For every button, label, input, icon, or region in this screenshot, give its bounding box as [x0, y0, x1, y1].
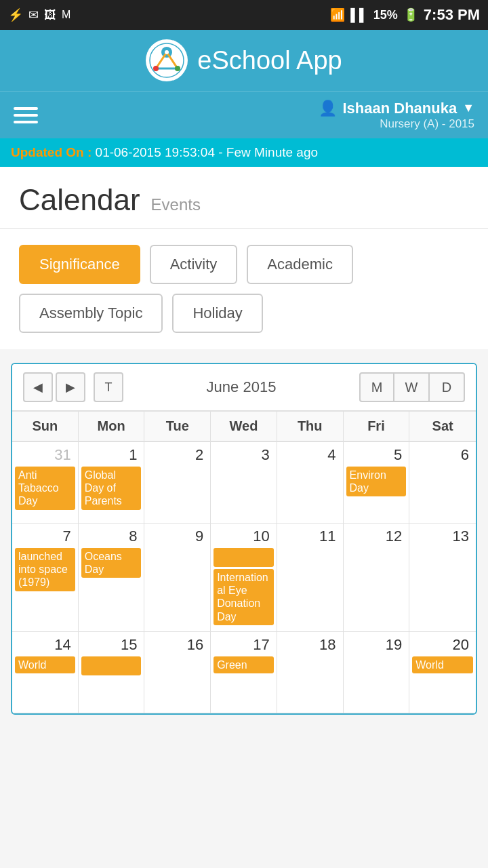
- image-icon: 🖼: [44, 8, 56, 22]
- cal-date: 11: [280, 528, 340, 545]
- app-title: eSchool App: [197, 46, 342, 75]
- cal-header-sun: Sun: [12, 412, 79, 441]
- cal-date: 9: [147, 528, 207, 545]
- cal-event: World: [412, 656, 473, 673]
- user-name: Ishaan Dhanuka: [342, 100, 457, 117]
- cal-date: 13: [412, 528, 473, 545]
- calendar-section: ◀ ▶ T June 2015 M W D Sun Mon Tue Wed Th…: [0, 349, 488, 728]
- filter-section: Significance Activity Academic Assembly …: [0, 229, 488, 349]
- cal-date: 31: [15, 446, 75, 464]
- cal-cell-12[interactable]: 12: [344, 524, 410, 632]
- cal-date: 17: [214, 636, 274, 654]
- cal-header-tue: Tue: [144, 412, 211, 441]
- cal-prev-button[interactable]: ◀: [23, 372, 53, 402]
- cal-view-week[interactable]: W: [394, 372, 430, 402]
- svg-point-7: [165, 50, 169, 54]
- cal-event: International Eye Donation Day: [214, 569, 274, 625]
- cal-event: Anti Tabacco Day: [15, 467, 75, 510]
- cal-cell-11[interactable]: 11: [277, 524, 344, 632]
- cal-date: 8: [81, 528, 142, 545]
- nav-bar: 👤 Ishaan Dhanuka ▼ Nursery (A) - 2015: [0, 91, 488, 138]
- filter-activity[interactable]: Activity: [150, 245, 238, 284]
- cal-header-wed: Wed: [211, 412, 277, 441]
- clock: 7:53 PM: [424, 6, 480, 24]
- cal-cell-8[interactable]: 8 Oceans Day: [79, 524, 145, 632]
- cal-date: 2: [147, 446, 207, 464]
- cal-date: 18: [280, 636, 340, 654]
- cal-view-month[interactable]: M: [359, 372, 394, 402]
- cal-cell-7[interactable]: 7 launched into space (1979): [12, 524, 79, 632]
- cal-cell-2[interactable]: 2: [144, 442, 211, 524]
- hamburger-menu[interactable]: [14, 107, 38, 123]
- cal-cell-19[interactable]: 19: [344, 632, 410, 713]
- cal-cell-15[interactable]: 15: [79, 632, 145, 713]
- cal-cell-4[interactable]: 4: [277, 442, 344, 524]
- status-bar: ⚡ ✉ 🖼 M 📶 ▌▌ 15% 🔋 7:53 PM: [0, 0, 488, 30]
- page-title: Calendar: [19, 183, 140, 217]
- cal-cell-18[interactable]: 18: [277, 632, 344, 713]
- cal-cell-17[interactable]: 17 Green: [211, 632, 277, 713]
- cal-event: Oceans Day: [81, 548, 142, 578]
- cal-cell-9[interactable]: 9: [144, 524, 211, 632]
- filter-assembly[interactable]: Assembly Topic: [19, 294, 163, 333]
- cal-header-fri: Fri: [344, 412, 410, 441]
- cal-date: 7: [15, 528, 75, 545]
- update-banner: Updated On : 01-06-2015 19:53:04 - Few M…: [0, 138, 488, 167]
- cal-event-empty: [81, 656, 142, 675]
- cal-date: 14: [15, 636, 75, 654]
- svg-point-5: [153, 66, 159, 71]
- cal-header-mon: Mon: [79, 412, 145, 441]
- mail-icon: ✉: [28, 7, 39, 22]
- cal-header-thu: Thu: [277, 412, 344, 441]
- cal-date: 3: [214, 446, 274, 464]
- filter-academic[interactable]: Academic: [247, 245, 353, 284]
- cal-today-button[interactable]: T: [94, 372, 123, 402]
- update-label: Updated On :: [11, 145, 92, 159]
- user-name-row[interactable]: 👤 Ishaan Dhanuka ▼: [319, 100, 474, 117]
- cal-cell-5[interactable]: 5 Environ Day: [344, 442, 410, 524]
- filter-significance[interactable]: Significance: [19, 245, 140, 284]
- cal-cell-10[interactable]: 10 International Eye Donation Day: [211, 524, 277, 632]
- cal-cell-31[interactable]: 31 Anti Tabacco Day: [12, 442, 79, 524]
- signal-icon: ▌▌: [350, 8, 368, 22]
- battery-icon: 🔋: [403, 7, 418, 22]
- cal-view-day[interactable]: D: [430, 372, 465, 402]
- cal-cell-3[interactable]: 3: [211, 442, 277, 524]
- cal-event: Environ Day: [346, 467, 407, 496]
- cal-date: 19: [346, 636, 407, 654]
- calendar-nav: ◀ ▶ T June 2015 M W D: [12, 364, 476, 410]
- cal-body: 31 Anti Tabacco Day 1 Global Day of Pare…: [12, 442, 476, 713]
- cal-event: launched into space (1979): [15, 548, 75, 591]
- user-icon: 👤: [319, 100, 337, 117]
- cal-date: 15: [81, 636, 142, 654]
- cal-cell-16[interactable]: 16: [144, 632, 211, 713]
- cal-month-label: June 2015: [207, 378, 277, 396]
- cal-cell-20[interactable]: 20 World: [409, 632, 476, 713]
- cal-cell-13[interactable]: 13: [409, 524, 476, 632]
- cal-date: 16: [147, 636, 207, 654]
- page-subtitle: Events: [151, 195, 201, 214]
- dropdown-arrow-icon: ▼: [462, 101, 474, 115]
- cal-cell-6[interactable]: 6: [409, 442, 476, 524]
- cal-view-buttons: M W D: [359, 372, 465, 402]
- cal-date: 5: [346, 446, 407, 464]
- battery-percent: 15%: [373, 8, 398, 22]
- usb-icon: ⚡: [8, 7, 23, 22]
- calendar-container: ◀ ▶ T June 2015 M W D Sun Mon Tue Wed Th…: [11, 363, 477, 715]
- svg-point-6: [175, 66, 180, 71]
- cal-header-row: Sun Mon Tue Wed Thu Fri Sat: [12, 412, 476, 442]
- cal-cell-1[interactable]: 1 Global Day of Parents: [79, 442, 145, 524]
- app-header: eSchool App: [0, 30, 488, 91]
- cal-event: Global Day of Parents: [81, 467, 142, 510]
- gmail-icon: M: [62, 9, 70, 21]
- cal-next-button[interactable]: ▶: [56, 372, 85, 402]
- calendar-grid: Sun Mon Tue Wed Thu Fri Sat 31 Anti Taba…: [12, 410, 476, 713]
- cal-event: Green: [214, 656, 274, 673]
- cal-date: 12: [346, 528, 407, 545]
- update-value: 01-06-2015 19:53:04 - Few Minute ago: [96, 145, 319, 159]
- wifi-icon: 📶: [330, 7, 345, 22]
- filter-holiday[interactable]: Holiday: [172, 294, 262, 333]
- status-right-icons: 📶 ▌▌ 15% 🔋 7:53 PM: [330, 6, 480, 24]
- page-title-row: Calendar Events: [0, 167, 488, 228]
- cal-cell-14[interactable]: 14 World: [12, 632, 79, 713]
